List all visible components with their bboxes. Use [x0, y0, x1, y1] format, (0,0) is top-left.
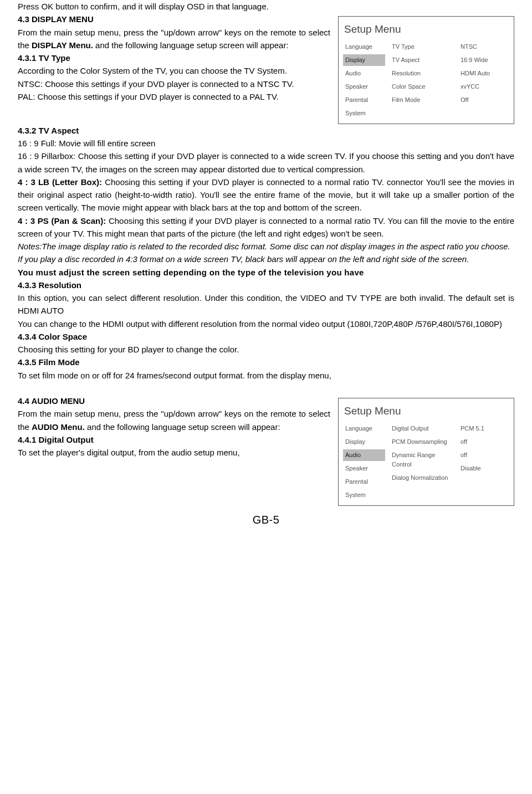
figure-setup-menu-audio: Setup Menu Language Display Audio Speake… — [338, 398, 514, 506]
fig2-val-3: Disable — [458, 463, 495, 474]
para-4-3-3-b: You can change to the HDMI output with d… — [18, 317, 514, 330]
fig1-side-3: Speaker — [343, 81, 385, 93]
note-2: If you play a disc recorded in 4:3 forma… — [18, 253, 514, 265]
figure-setup-menu-display: Setup Menu Language Display Audio Speake… — [338, 16, 514, 124]
fig1-mid-col: TV Type TV Aspect Resolution Color Space… — [390, 41, 454, 119]
para-4-3-2-d: 4 : 3 PS (Pan & Scan): Choosing this set… — [18, 214, 514, 240]
fig2-side-0: Language — [343, 423, 385, 434]
fig1-val-2: HDMI Auto — [458, 68, 495, 79]
fig1-side-col: Language Display Audio Speaker Parental … — [343, 41, 385, 119]
para-4-4-c: and the following language setup screen … — [85, 422, 280, 432]
heading-4-3-3: 4.3.3 Resolution — [18, 279, 514, 291]
fig2-val-0: PCM 5.1 — [458, 423, 495, 434]
fig2-title: Setup Menu — [344, 403, 509, 419]
fig1-val-1: 16:9 Wide — [458, 54, 495, 66]
para-4-3-2-d1: 4 : 3 PS (Pan & Scan): — [18, 216, 109, 226]
para-4-3-b: DISPLAY Menu. — [32, 40, 93, 50]
fig2-mid-1: PCM Downsampling — [390, 436, 454, 448]
fig2-val-2: off — [458, 449, 495, 461]
must-line: You must adjust the screen setting depen… — [18, 266, 514, 279]
fig2-side-2: Audio — [343, 449, 385, 461]
fig2-side-col: Language Display Audio Speaker Parental … — [343, 423, 385, 501]
fig1-side-0: Language — [343, 41, 385, 53]
fig2-mid-0: Digital Output — [390, 423, 454, 434]
fig1-mid-2: Resolution — [390, 68, 454, 79]
para-4-3-2-c1: 4 : 3 LB (Letter Box): — [18, 177, 105, 187]
fig1-side-5: System — [343, 107, 385, 119]
fig2-side-4: Parental — [343, 476, 385, 488]
para-4-4-b: AUDIO Menu. — [32, 422, 85, 432]
fig2-mid-3: Dialog Normalization — [390, 472, 454, 484]
para-4-3-5: To set film mode on or off for 24 frames… — [18, 369, 514, 382]
note-1: Notes:The image display ratio is related… — [18, 240, 514, 253]
para-4-3-4: Choosing this setting for your BD player… — [18, 343, 514, 356]
fig2-side-3: Speaker — [343, 463, 385, 474]
fig2-val-col: PCM 5.1 off off Disable — [458, 423, 495, 501]
fig1-val-0: NTSC — [458, 41, 495, 53]
fig1-val-4: Off — [458, 94, 495, 106]
para-4-3-2-a: 16 : 9 Full: Movie will fill entire scre… — [18, 137, 514, 150]
fig2-side-5: System — [343, 489, 385, 501]
fig1-mid-0: TV Type — [390, 41, 454, 53]
fig1-mid-4: Film Mode — [390, 94, 454, 106]
fig1-side-4: Parental — [343, 94, 385, 106]
para-4-3-3-a: In this option, you can select different… — [18, 291, 514, 317]
fig1-mid-1: TV Aspect — [390, 54, 454, 66]
heading-4-3-4: 4.3.4 Color Space — [18, 330, 514, 343]
para-4-3-2-b: 16 : 9 Pillarbox: Choose this setting if… — [18, 150, 514, 176]
heading-4-3-5: 4.3.5 Film Mode — [18, 356, 514, 368]
fig1-side-2: Audio — [343, 68, 385, 79]
fig1-val-col: NTSC 16:9 Wide HDMI Auto xvYCC Off — [458, 41, 495, 119]
para-4-3-c: and the following language setup screen … — [93, 40, 289, 50]
heading-4-3-2: 4.3.2 TV Aspect — [18, 124, 514, 137]
fig1-val-3: xvYCC — [458, 81, 495, 93]
page-number: GB-5 — [18, 511, 514, 529]
intro-line: Press OK button to confirm, and it will … — [18, 0, 514, 13]
fig2-mid-col: Digital Output PCM Downsampling Dynamic … — [390, 423, 454, 501]
fig1-mid-3: Color Space — [390, 81, 454, 93]
fig2-val-1: off — [458, 436, 495, 448]
fig1-side-1: Display — [343, 54, 385, 66]
para-4-3-2-c: 4 : 3 LB (Letter Box): Choosing this set… — [18, 176, 514, 214]
fig2-mid-2: Dynamic Range Control — [390, 449, 454, 470]
fig2-side-1: Display — [343, 436, 385, 448]
fig1-title: Setup Menu — [344, 21, 509, 37]
